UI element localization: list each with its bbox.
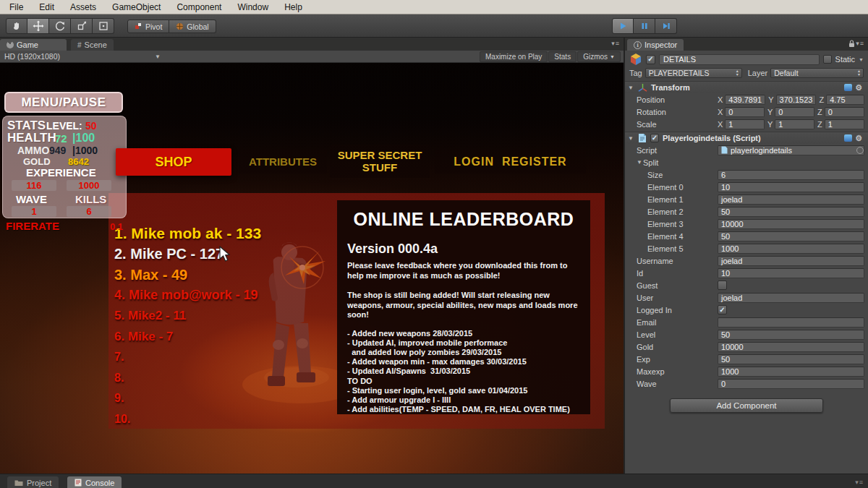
- menu-item-edit[interactable]: Edit: [31, 0, 62, 14]
- position-z-field[interactable]: 4.75: [826, 95, 864, 105]
- logged-in-label: Logged In: [637, 306, 718, 314]
- element-4-field[interactable]: 50: [718, 231, 864, 241]
- exp-label: Exp: [637, 355, 718, 364]
- menu-item-window[interactable]: Window: [229, 0, 276, 14]
- kills-label: KILLS: [75, 193, 106, 205]
- scale-z-field[interactable]: 1: [825, 119, 864, 129]
- logged-in-checkbox[interactable]: ✓: [718, 305, 727, 314]
- element-1-label: Element 1: [647, 195, 718, 204]
- rotation-x-field[interactable]: 0: [725, 107, 765, 117]
- script-object-field[interactable]: playerlogindetails: [718, 145, 864, 155]
- rotate-tool-button[interactable]: [49, 18, 71, 34]
- gameobject-enabled-checkbox[interactable]: ✓: [646, 55, 655, 64]
- position-label: Position: [637, 95, 718, 104]
- tab-game[interactable]: Game: [0, 39, 67, 51]
- transform-component-header[interactable]: ▼ Transform ⚙: [625, 81, 868, 93]
- element-1-field[interactable]: joelad: [718, 194, 864, 205]
- inspector-panel-menu-icon[interactable]: ▾≡: [856, 40, 864, 47]
- play-button[interactable]: [612, 18, 634, 34]
- scale-y-field[interactable]: 1: [775, 119, 814, 129]
- menu-pause-button[interactable]: MENU/PAUSE: [4, 92, 123, 113]
- step-button[interactable]: [655, 18, 677, 34]
- move-tool-button[interactable]: [27, 18, 49, 34]
- position-y-field[interactable]: 370.1523: [776, 95, 817, 105]
- stats-button[interactable]: Stats: [548, 51, 576, 62]
- leaderboard-entry-4: 4. Mike mob@work - 19: [114, 286, 331, 307]
- static-checkbox[interactable]: [823, 55, 832, 64]
- email-field[interactable]: [718, 317, 864, 328]
- menu-item-assets[interactable]: Assets: [62, 0, 104, 14]
- attributes-button[interactable]: ATTRIBUTES: [239, 150, 327, 174]
- super-secret-stuff-button[interactable]: SUPER SECRET STUFF: [330, 145, 430, 178]
- pivot-toggle-button[interactable]: Pivot: [127, 20, 169, 33]
- transform-title: Transform: [651, 83, 690, 92]
- add-component-button[interactable]: Add Component: [670, 398, 823, 413]
- dropdown-arrows-icon: ▴▾: [858, 69, 860, 77]
- scale-tool-button[interactable]: [71, 18, 93, 34]
- rotate-icon: [54, 20, 66, 32]
- menu-item-file[interactable]: File: [1, 0, 31, 14]
- login-register-button[interactable]: LOGIN REGISTER: [435, 150, 586, 174]
- help-icon[interactable]: [844, 134, 852, 142]
- element-5-field[interactable]: 1000: [718, 244, 864, 254]
- element-3-field[interactable]: 10000: [718, 219, 864, 229]
- menu-item-gameobject[interactable]: GameObject: [104, 0, 169, 14]
- bottom-panel-menu-icon[interactable]: ▾≡: [855, 479, 864, 486]
- foldout-icon[interactable]: ▼: [628, 135, 634, 142]
- tab-scene[interactable]: # Scene: [71, 39, 114, 51]
- shop-button[interactable]: SHOP: [116, 148, 231, 176]
- position-x-field[interactable]: 439.7891: [725, 95, 765, 105]
- object-picker-icon[interactable]: [856, 147, 864, 154]
- game-panel-menu-icon[interactable]: ▾≡: [611, 40, 620, 47]
- element-row: Element 4 50: [625, 230, 868, 242]
- tag-dropdown[interactable]: PLAYERDETAILS ▴▾: [645, 68, 742, 78]
- help-icon[interactable]: [844, 84, 852, 91]
- user-field[interactable]: joelad: [718, 293, 864, 303]
- script-enabled-checkbox[interactable]: ✓: [650, 134, 659, 142]
- hand-tool-button[interactable]: [6, 18, 27, 34]
- rotation-y-field[interactable]: 0: [775, 107, 814, 117]
- gold-row: Gold 10000: [625, 341, 868, 353]
- static-dropdown-icon[interactable]: ▼: [859, 57, 864, 62]
- exp-field[interactable]: 50: [718, 354, 864, 364]
- gear-icon[interactable]: ⚙: [855, 134, 862, 143]
- exp-max-chip: 1000: [67, 180, 111, 191]
- maximize-on-play-button[interactable]: Maximize on Play: [480, 51, 548, 62]
- global-toggle-button[interactable]: Global: [169, 20, 216, 33]
- menu-item-component[interactable]: Component: [169, 0, 229, 14]
- tab-project[interactable]: Project: [7, 476, 59, 488]
- username-field[interactable]: joelad: [718, 256, 864, 266]
- rect-tool-button[interactable]: [93, 18, 114, 34]
- rotation-z-field[interactable]: 0: [825, 107, 864, 117]
- gold-field[interactable]: 10000: [718, 342, 864, 352]
- level-field[interactable]: 50: [718, 330, 864, 340]
- aspect-dropdown[interactable]: HD (1920x1080) ▼: [4, 52, 60, 61]
- tag-value: PLAYERDETAILS: [649, 69, 710, 77]
- leaderboard-entry-1: 1. Mike mob ak - 133: [114, 223, 331, 244]
- foldout-icon[interactable]: ▼: [628, 85, 634, 91]
- gear-icon[interactable]: ⚙: [855, 83, 862, 93]
- gameobject-name-field[interactable]: DETAILS: [659, 54, 820, 65]
- script-component-header[interactable]: ▼ ✓ Playerlogindetails (Script) ⚙: [625, 132, 868, 144]
- health-label: HEALTH: [7, 131, 56, 145]
- size-field[interactable]: 6: [718, 170, 864, 180]
- wave-field[interactable]: 0: [718, 379, 864, 389]
- lock-icon[interactable]: [848, 40, 855, 49]
- element-0-field[interactable]: 10: [718, 182, 864, 192]
- shop-note-text: The shop is still being added! Will star…: [347, 291, 580, 320]
- menu-bar: File Edit Assets GameObject Component Wi…: [0, 0, 868, 14]
- layer-dropdown[interactable]: Default ▴▾: [770, 68, 864, 78]
- split-foldout-row[interactable]: ▼ Split: [625, 156, 868, 168]
- pause-button[interactable]: [634, 18, 655, 34]
- id-field[interactable]: 10: [718, 268, 864, 278]
- menu-item-help[interactable]: Help: [276, 0, 310, 14]
- scale-x-field[interactable]: 1: [725, 119, 765, 129]
- maxexp-field[interactable]: 1000: [718, 367, 864, 377]
- gizmos-dropdown[interactable]: Gizmos ▼: [577, 51, 621, 62]
- script-icon: [638, 133, 647, 143]
- tab-console[interactable]: Console: [67, 476, 122, 488]
- element-2-field[interactable]: 50: [718, 207, 864, 217]
- script-component-title: Playerlogindetails (Script): [663, 134, 761, 142]
- guest-checkbox[interactable]: [718, 281, 727, 290]
- tab-inspector[interactable]: i Inspector: [627, 39, 684, 51]
